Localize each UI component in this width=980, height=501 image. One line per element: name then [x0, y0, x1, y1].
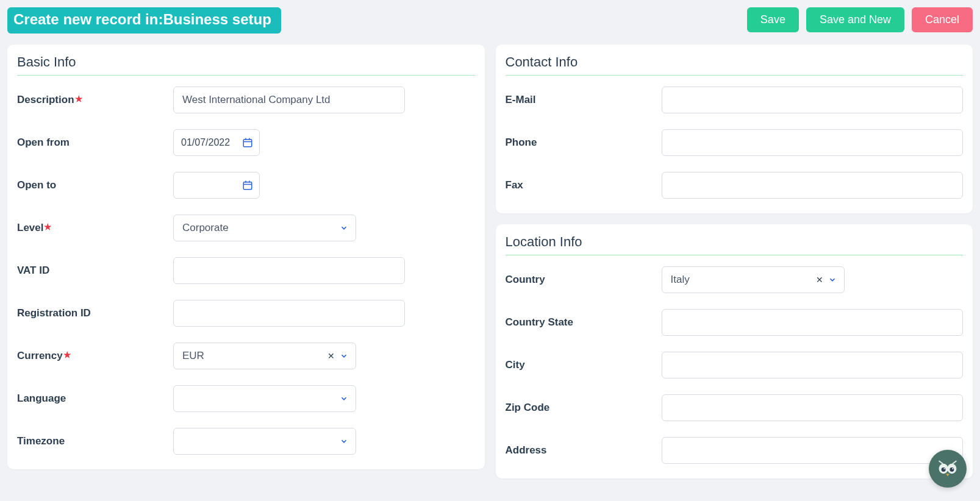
open-to-label: Open to [17, 179, 173, 191]
svg-point-13 [952, 468, 953, 469]
description-input[interactable] [173, 87, 405, 113]
basic-info-title: Basic Info [17, 51, 475, 76]
currency-select[interactable]: EUR ✕ [173, 343, 356, 369]
open-from-input[interactable]: 01/07/2022 [173, 129, 260, 156]
country-state-label: Country State [506, 316, 662, 329]
city-label: City [506, 359, 662, 371]
page-title: Create new record in:Business setup [7, 7, 281, 34]
open-from-value: 01/07/2022 [181, 137, 230, 148]
level-label: Level★ [17, 222, 173, 234]
cancel-button[interactable]: Cancel [912, 7, 973, 32]
email-input[interactable] [662, 87, 964, 113]
address-label: Address [506, 444, 662, 457]
required-star-icon: ★ [63, 350, 71, 360]
open-to-input[interactable] [173, 172, 260, 199]
contact-info-title: Contact Info [506, 51, 964, 76]
svg-rect-4 [243, 182, 252, 190]
svg-rect-0 [243, 140, 252, 147]
zip-label: Zip Code [506, 402, 662, 414]
required-star-icon: ★ [75, 94, 83, 104]
chat-bot-button[interactable] [929, 450, 967, 486]
timezone-label: Timezone [17, 435, 173, 447]
vat-id-label: VAT ID [17, 265, 173, 277]
chevron-down-icon [340, 224, 348, 232]
level-select[interactable]: Corporate [173, 215, 356, 241]
fax-input[interactable] [662, 172, 964, 199]
language-select[interactable] [173, 385, 356, 412]
save-and-new-button[interactable]: Save and New [806, 7, 904, 32]
city-input[interactable] [662, 352, 964, 378]
chevron-down-icon [828, 275, 837, 284]
level-value: Corporate [182, 222, 229, 234]
required-star-icon: ★ [44, 222, 52, 232]
location-info-title: Location Info [506, 230, 964, 255]
owl-icon [934, 455, 961, 482]
country-select[interactable]: Italy ✕ [662, 266, 845, 293]
save-button[interactable]: Save [747, 7, 799, 32]
clear-icon[interactable]: ✕ [816, 275, 823, 285]
currency-label: Currency★ [17, 350, 173, 362]
zip-input[interactable] [662, 394, 964, 421]
chevron-down-icon [340, 437, 348, 446]
open-from-label: Open from [17, 137, 173, 149]
svg-point-11 [950, 467, 954, 472]
address-input[interactable] [662, 437, 964, 464]
chevron-down-icon [340, 394, 348, 403]
email-label: E-Mail [506, 94, 662, 106]
vat-id-input[interactable] [173, 257, 405, 284]
clear-icon[interactable]: ✕ [327, 351, 335, 361]
svg-point-12 [943, 468, 945, 469]
currency-value: EUR [182, 350, 204, 362]
country-label: Country [506, 274, 662, 286]
phone-input[interactable] [662, 129, 964, 156]
country-state-input[interactable] [662, 309, 964, 336]
top-action-bar: Save Save and New Cancel [747, 7, 973, 32]
phone-label: Phone [506, 137, 662, 149]
contact-info-panel: Contact Info E-Mail Phone Fax [496, 44, 973, 213]
language-label: Language [17, 393, 173, 405]
registration-id-label: Registration ID [17, 307, 173, 319]
timezone-select[interactable] [173, 428, 356, 455]
description-label: Description★ [17, 94, 173, 106]
chevron-down-icon [340, 352, 348, 360]
calendar-icon [242, 180, 253, 191]
location-info-panel: Location Info Country Italy ✕ Country St… [496, 224, 973, 478]
svg-point-10 [942, 467, 946, 472]
basic-info-panel: Basic Info Description★ Open from 01/07/… [7, 44, 485, 469]
fax-label: Fax [506, 179, 662, 191]
registration-id-input[interactable] [173, 300, 405, 327]
country-value: Italy [671, 274, 690, 286]
calendar-icon [242, 137, 253, 148]
